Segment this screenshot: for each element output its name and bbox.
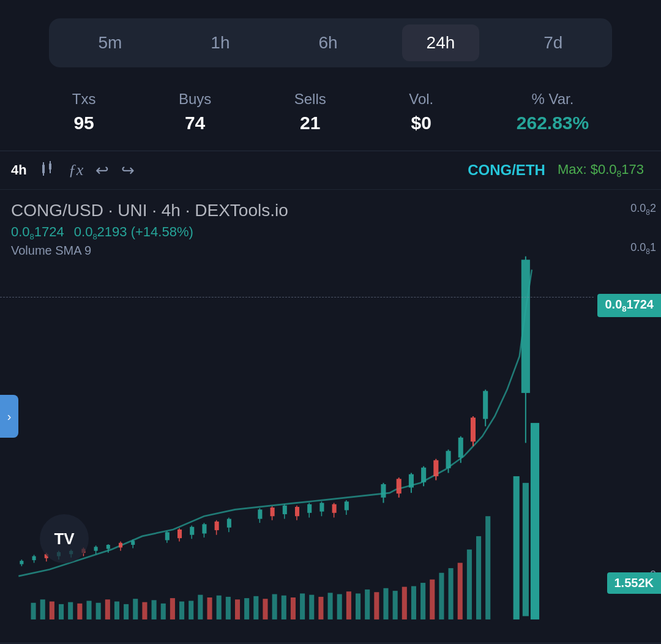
chart-title-overlay: CONG/USD · UNI · 4h · DEXTools.io 0.0817…	[11, 201, 288, 258]
svg-rect-35	[300, 593, 305, 619]
txs-value: 95	[73, 113, 94, 133]
svg-rect-49	[430, 580, 435, 620]
svg-rect-33	[282, 596, 286, 620]
svg-rect-34	[291, 597, 296, 620]
svg-rect-100	[307, 504, 312, 513]
svg-rect-124	[483, 391, 488, 419]
price-dashed-line	[0, 297, 594, 298]
svg-rect-17	[133, 599, 138, 620]
svg-rect-126	[521, 260, 530, 393]
svg-rect-62	[32, 556, 36, 561]
svg-rect-44	[383, 588, 388, 620]
time-selector: 5m 1h 6h 24h 7d	[49, 18, 612, 67]
svg-rect-36	[309, 595, 314, 620]
svg-rect-60	[20, 561, 23, 564]
svg-rect-98	[295, 507, 299, 516]
svg-rect-90	[227, 519, 231, 528]
svg-rect-29	[244, 598, 249, 620]
svg-rect-57	[523, 483, 529, 616]
time-btn-24h[interactable]: 24h	[402, 24, 480, 61]
stat-pct-var: % Var. 262.83%	[517, 91, 589, 133]
svg-rect-45	[393, 591, 398, 620]
tradingview-watermark: TV	[40, 514, 89, 563]
svg-rect-120	[458, 438, 463, 458]
svg-rect-50	[439, 573, 444, 620]
undo-icon[interactable]: ↩	[95, 161, 109, 180]
chart-title-text: CONG/USD · UNI · 4h · DEXTools.io	[11, 201, 288, 220]
svg-rect-94	[271, 507, 275, 516]
pct-var-label: % Var.	[532, 91, 574, 108]
svg-rect-19	[152, 600, 157, 620]
sidebar-expand-button[interactable]: ›	[0, 395, 18, 438]
buys-value: 74	[185, 113, 205, 133]
svg-rect-18	[142, 602, 147, 620]
svg-rect-0	[42, 165, 45, 173]
svg-rect-48	[420, 583, 425, 620]
svg-rect-72	[94, 547, 98, 551]
price-ohlc: 0.082193 (+14.58%)	[74, 224, 193, 241]
current-price-badge: 0.081724	[597, 294, 661, 317]
chart-pair: CONG/ETH	[468, 162, 545, 179]
chart-indicator: Volume SMA 9	[11, 244, 288, 258]
svg-rect-84	[190, 527, 194, 535]
svg-rect-11	[77, 604, 82, 620]
svg-rect-27	[226, 597, 231, 620]
svg-rect-122	[471, 417, 476, 441]
txs-label: Txs	[72, 91, 96, 108]
svg-rect-40	[346, 591, 351, 620]
time-btn-1h[interactable]: 1h	[186, 24, 254, 61]
svg-rect-46	[402, 587, 407, 620]
stat-buys: Buys 74	[179, 91, 211, 133]
svg-rect-9	[59, 604, 64, 620]
svg-rect-104	[332, 504, 337, 513]
price-current: 0.081724	[11, 224, 64, 241]
sells-label: Sells	[294, 91, 326, 108]
svg-rect-42	[365, 590, 370, 620]
svg-rect-6	[31, 603, 36, 620]
svg-rect-112	[409, 474, 414, 488]
svg-rect-86	[202, 524, 206, 533]
vol-label: Vol.	[409, 91, 433, 108]
candlestick-icon[interactable]	[39, 160, 56, 181]
svg-rect-10	[68, 602, 73, 620]
chart-timeframe[interactable]: 4h	[11, 162, 27, 178]
svg-rect-7	[40, 599, 45, 620]
svg-rect-23	[189, 601, 193, 619]
svg-rect-92	[258, 509, 262, 519]
svg-rect-20	[161, 604, 166, 620]
chart-max-price: Max: $0.08173	[558, 162, 644, 179]
svg-rect-58	[531, 423, 539, 620]
chart-container: 4h ƒx ↩ ↪ CONG/ETH Max: $0.08173 CONG/US…	[0, 151, 661, 644]
svg-rect-47	[411, 586, 416, 620]
stat-vol: Vol. $0	[409, 91, 433, 133]
price-scale-mid: 0.081	[599, 241, 656, 256]
time-btn-6h[interactable]: 6h	[294, 24, 362, 61]
formula-icon[interactable]: ƒx	[69, 161, 84, 179]
svg-rect-108	[381, 484, 386, 498]
svg-rect-55	[485, 516, 490, 620]
stat-sells: Sells 21	[294, 91, 326, 133]
svg-rect-12	[86, 601, 91, 619]
svg-rect-15	[114, 602, 119, 620]
svg-rect-51	[449, 568, 454, 620]
svg-rect-96	[283, 506, 287, 514]
svg-rect-56	[513, 476, 520, 620]
svg-rect-28	[235, 599, 240, 620]
time-btn-5m[interactable]: 5m	[73, 24, 146, 61]
svg-rect-116	[433, 460, 438, 476]
svg-rect-54	[476, 536, 481, 620]
svg-rect-80	[165, 532, 170, 540]
chart-main: CONG/USD · UNI · 4h · DEXTools.io 0.0817…	[0, 190, 661, 643]
redo-icon[interactable]: ↪	[121, 161, 135, 180]
chart-toolbar: 4h ƒx ↩ ↪ CONG/ETH Max: $0.08173	[0, 151, 661, 190]
svg-rect-22	[179, 602, 184, 620]
svg-rect-24	[198, 595, 203, 620]
tv-logo-text: TV	[54, 530, 74, 549]
stats-row: Txs 95 Buys 74 Sells 21 Vol. $0 % Var. 2…	[31, 91, 630, 133]
svg-rect-8	[50, 602, 54, 620]
svg-rect-118	[446, 451, 451, 468]
time-btn-7d[interactable]: 7d	[519, 24, 587, 61]
svg-rect-88	[215, 522, 219, 530]
volume-badge: 1.552K	[607, 572, 662, 594]
chart-price-info: 0.081724 0.082193 (+14.58%)	[11, 224, 288, 241]
